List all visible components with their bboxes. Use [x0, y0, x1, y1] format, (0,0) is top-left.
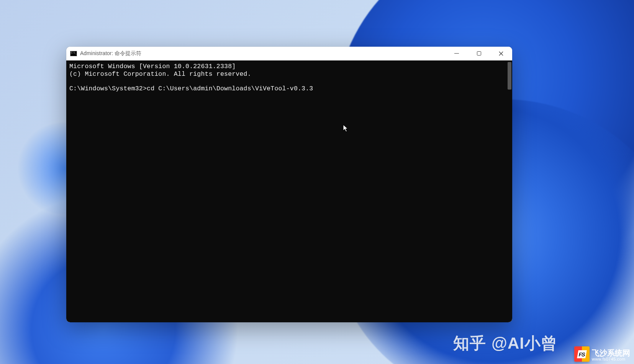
site-badge-icon: FS: [574, 346, 590, 362]
terminal-output-line: Microsoft Windows [Version 10.0.22631.23…: [69, 63, 509, 70]
cmd-window: Administrator: 命令提示符 Microsoft Windows […: [66, 47, 512, 322]
cmd-icon: [70, 51, 77, 56]
minimize-icon: [454, 53, 459, 54]
terminal-prompt: C:\Windows\System32>: [69, 85, 147, 92]
minimize-button[interactable]: [446, 47, 468, 60]
terminal-body[interactable]: Microsoft Windows [Version 10.0.22631.23…: [66, 60, 512, 322]
site-watermark: FS 飞沙系统网 www.fs0745.com: [574, 346, 630, 362]
terminal-command: cd C:\Users\admin\Downloads\ViVeTool-v0.…: [147, 85, 313, 92]
site-url-text: www.fs0745.com: [592, 357, 630, 362]
zhihu-author-text: @AI小曾: [491, 333, 557, 354]
site-name-text: 飞沙系统网: [592, 349, 630, 357]
zhihu-brand-text: 知乎: [453, 333, 486, 354]
zhihu-watermark: 知乎 @AI小曾: [453, 333, 557, 354]
maximize-button[interactable]: [468, 47, 490, 60]
terminal-output-line: (c) Microsoft Corporation. All rights re…: [69, 70, 509, 78]
terminal-prompt-line: C:\Windows\System32>cd C:\Users\admin\Do…: [69, 85, 509, 93]
window-titlebar[interactable]: Administrator: 命令提示符: [66, 47, 512, 60]
close-icon: [499, 51, 503, 56]
close-button[interactable]: [490, 47, 512, 60]
terminal-scrollbar-thumb[interactable]: [508, 62, 511, 90]
maximize-icon: [477, 51, 481, 55]
site-watermark-text: 飞沙系统网 www.fs0745.com: [592, 349, 630, 362]
window-title: Administrator: 命令提示符: [80, 50, 141, 57]
site-badge-text: FS: [577, 350, 587, 358]
